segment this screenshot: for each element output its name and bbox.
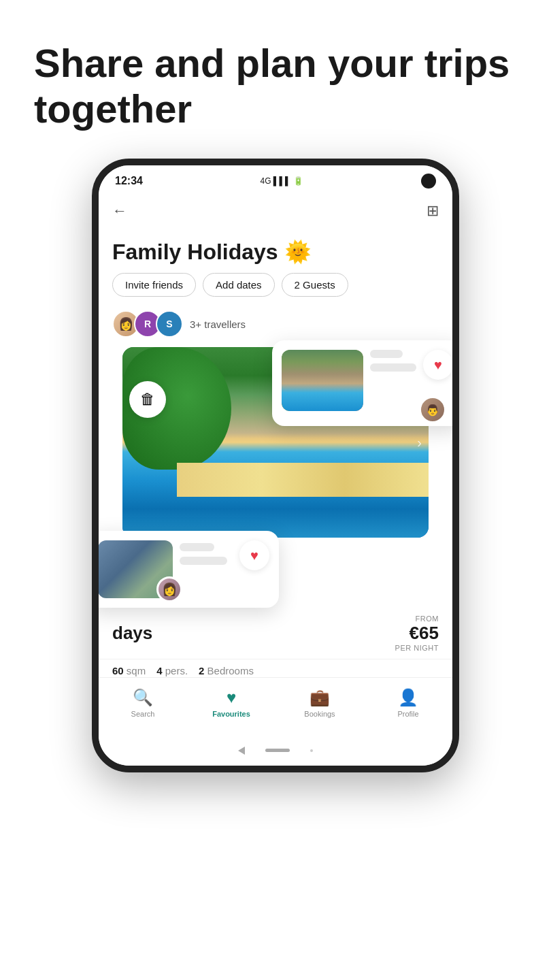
nav-item-favourites[interactable]: ♥ Favourites	[187, 688, 276, 718]
add-dates-button[interactable]: Add dates	[203, 273, 275, 297]
floating-card-image	[282, 350, 363, 411]
secondary-card-user-avatar: 👩	[156, 576, 182, 602]
search-nav-icon: 🔍	[133, 688, 153, 707]
floating-card-text	[370, 350, 416, 372]
action-pills: Invite friends Add dates 2 Guests	[99, 273, 452, 308]
bottom-nav: 🔍 Search ♥ Favourites 💼 Bookings 👤 Profi…	[99, 677, 452, 738]
price-amount: €65	[395, 623, 439, 644]
nav-label-bookings: Bookings	[304, 710, 335, 718]
phone-bottom-bar	[99, 738, 452, 766]
nav-label-search: Search	[131, 710, 155, 718]
delete-button[interactable]: 🗑	[129, 381, 166, 418]
signal-icon: 4G ▌▌▌	[261, 176, 291, 186]
profile-nav-icon: 👤	[398, 688, 418, 707]
front-camera	[421, 174, 436, 189]
avatar-stack: 👩 R S	[112, 310, 183, 338]
bookings-nav-icon: 💼	[310, 688, 330, 707]
property-card-area: › 🗑	[109, 347, 442, 538]
phone-mockup: 12:34 4G ▌▌▌ 🔋 ← ⊞ Family Holidays 🌞 Inv…	[0, 159, 551, 772]
favourites-nav-icon: ♥	[227, 688, 236, 707]
avatar-2: S	[156, 310, 183, 338]
secondary-placeholder-2	[180, 557, 227, 565]
price-from-label: FROM	[395, 615, 439, 623]
hero-title: Share and plan your trips together	[34, 41, 517, 131]
card-user-avatar: 👨	[419, 396, 446, 423]
property-name-placeholder	[370, 350, 403, 358]
nav-item-search[interactable]: 🔍 Search	[99, 688, 187, 718]
nav-item-bookings[interactable]: 💼 Bookings	[276, 688, 364, 718]
nav-label-profile: Profile	[397, 710, 418, 718]
heart-button-primary[interactable]: ♥	[423, 350, 453, 380]
per-night-label: PER NIGHT	[395, 644, 439, 652]
travellers-count: 3+ travellers	[190, 318, 246, 330]
persons-value: 4 pers.	[156, 665, 188, 676]
status-icons: 4G ▌▌▌ 🔋	[261, 176, 304, 186]
days-text: days	[112, 623, 152, 643]
sqm-value: 60 sqm	[112, 665, 146, 676]
phone-screen: ← ⊞ Family Holidays 🌞 Invite friends Add…	[99, 194, 452, 738]
heart-icon: ♥	[434, 357, 442, 373]
secondary-placeholder-1	[180, 543, 214, 551]
villa-thumbnail	[282, 350, 363, 411]
app-header: ← ⊞	[99, 194, 452, 228]
back-gesture-indicator	[238, 747, 245, 755]
guests-button[interactable]: 2 Guests	[282, 273, 348, 297]
status-time: 12:34	[115, 175, 143, 187]
home-gesture-indicator	[265, 749, 290, 752]
settings-icon[interactable]: ⊞	[427, 202, 439, 220]
floating-card-primary: ♥ 👨	[272, 340, 459, 426]
days-label: days	[112, 623, 152, 644]
pool-deck	[177, 463, 429, 497]
floating-card-secondary: ♥ 👩	[92, 531, 279, 608]
floating-card-secondary-wrapper: ♥ 👩	[92, 531, 452, 608]
phone-frame: 12:34 4G ▌▌▌ 🔋 ← ⊞ Family Holidays 🌞 Inv…	[92, 159, 459, 772]
card-arrow-icon: ›	[417, 435, 422, 451]
back-button[interactable]: ←	[112, 202, 127, 220]
hero-section: Share and plan your trips together	[0, 0, 551, 152]
recents-gesture-indicator	[310, 749, 313, 752]
nav-label-favourites: Favourites	[212, 710, 250, 718]
battery-icon: 🔋	[293, 176, 303, 186]
price-row: days FROM €65 PER NIGHT	[99, 608, 452, 659]
trip-title: Family Holidays 🌞	[99, 228, 452, 273]
heart-button-secondary[interactable]: ♥	[239, 540, 269, 570]
bedrooms-value: 2 Bedrooms	[199, 665, 254, 676]
secondary-card-text	[180, 540, 233, 565]
property-detail-placeholder	[370, 363, 416, 372]
nav-item-profile[interactable]: 👤 Profile	[364, 688, 452, 718]
trash-icon: 🗑	[140, 391, 155, 408]
heart-icon-secondary: ♥	[250, 548, 258, 564]
status-bar: 12:34 4G ▌▌▌ 🔋	[99, 165, 452, 194]
invite-friends-button[interactable]: Invite friends	[112, 273, 196, 297]
price-section: FROM €65 PER NIGHT	[395, 615, 439, 652]
